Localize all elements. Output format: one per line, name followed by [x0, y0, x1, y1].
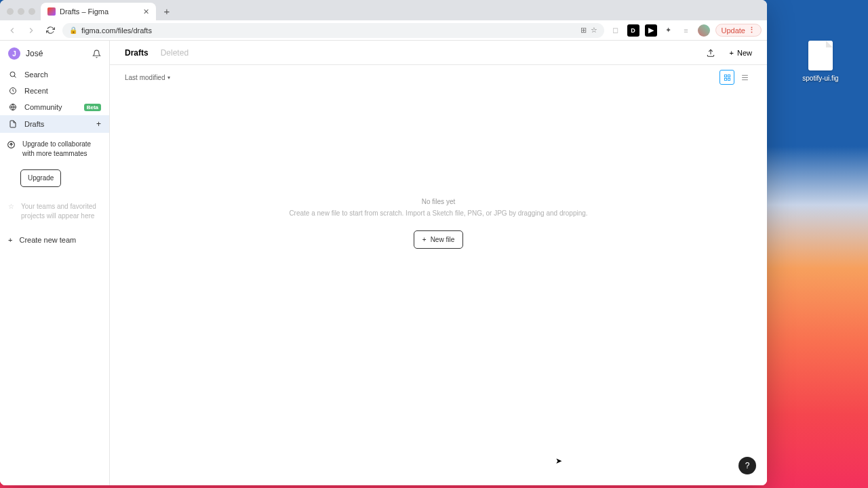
lock-icon: 🔒 [69, 26, 77, 34]
search-icon [8, 70, 18, 79]
figma-favicon [47, 7, 56, 16]
upgrade-button[interactable]: Upgrade [20, 169, 61, 187]
teams-hint: ☆ Your teams and favorited projects will… [0, 198, 109, 225]
main-header: Drafts Deleted + New [110, 41, 767, 65]
back-button[interactable] [5, 24, 19, 37]
svg-line-1 [14, 76, 16, 78]
browser-toolbar: 🔒 figma.com/files/drafts ⊞ ☆ ◻ D ▶ ✦ ≡ U… [0, 20, 767, 41]
sidebar: J José Search Recent Community Beta [0, 41, 110, 485]
bell-icon[interactable] [92, 49, 101, 58]
import-icon[interactable] [704, 46, 717, 60]
help-button[interactable]: ? [738, 457, 756, 474]
sort-dropdown[interactable]: Last modified ▾ [125, 74, 170, 81]
install-icon[interactable]: ⊞ [580, 26, 587, 35]
cursor-icon: ➤ [555, 456, 562, 466]
url-text: figma.com/files/drafts [81, 26, 152, 35]
reload-button[interactable] [43, 24, 57, 37]
sidebar-item-community[interactable]: Community Beta [0, 99, 109, 115]
new-button[interactable]: + New [730, 49, 752, 57]
address-bar[interactable]: 🔒 figma.com/files/drafts ⊞ ☆ [62, 23, 604, 38]
sidebar-item-label: Search [24, 70, 48, 79]
new-file-button[interactable]: + New file [414, 230, 463, 249]
beta-badge: Beta [84, 104, 101, 111]
sidebar-item-drafts[interactable]: Drafts + [0, 115, 109, 133]
sidebar-item-label: Drafts [24, 120, 44, 128]
forward-button[interactable] [24, 24, 38, 37]
extension-icon[interactable]: ◻ [610, 24, 622, 37]
tab-deleted[interactable]: Deleted [161, 48, 189, 58]
svg-rect-9 [728, 78, 730, 80]
sidebar-item-search[interactable]: Search [0, 66, 109, 83]
tab-drafts[interactable]: Drafts [125, 48, 149, 58]
extension-play-icon[interactable]: ▶ [645, 24, 657, 37]
update-button[interactable]: Update ⋮ [715, 24, 762, 37]
profile-avatar[interactable] [698, 24, 710, 37]
new-label: New [737, 49, 752, 57]
chrome-menu-icon[interactable]: ⋮ [748, 26, 755, 35]
create-team-label: Create new team [19, 236, 76, 244]
new-file-label: New file [431, 236, 455, 243]
extensions-menu-icon[interactable]: ✦ [663, 24, 675, 37]
user-name: José [26, 49, 43, 58]
hint-text: Your teams and favorited projects will a… [21, 202, 101, 221]
plus-icon[interactable]: + [96, 119, 101, 129]
svg-rect-6 [724, 75, 726, 77]
chevron-down-icon: ▾ [167, 75, 170, 81]
sidebar-item-recent[interactable]: Recent [0, 83, 109, 99]
extension-d-icon[interactable]: D [627, 24, 639, 37]
plus-icon: + [8, 236, 12, 244]
empty-title: No files yet [422, 198, 455, 205]
upgrade-text: Upgrade to collaborate with more teammat… [22, 140, 102, 159]
main-panel: Drafts Deleted + New Last modified ▾ [110, 41, 767, 485]
empty-state: No files yet Create a new file to start … [110, 89, 767, 485]
star-icon: ☆ [8, 202, 14, 221]
desktop-file[interactable]: spotify-ui.fig [793, 41, 848, 82]
figma-app: J José Search Recent Community Beta [0, 41, 767, 485]
user-avatar: J [8, 47, 20, 60]
browser-tab[interactable]: Drafts – Figma ✕ [41, 3, 156, 20]
grid-view-button[interactable] [719, 70, 734, 85]
reading-list-icon[interactable]: ≡ [680, 24, 692, 37]
plus-icon: + [422, 236, 427, 243]
globe-icon [8, 103, 18, 111]
desktop-file-label: spotify-ui.fig [802, 75, 838, 82]
svg-point-0 [10, 72, 15, 77]
list-view-button[interactable] [737, 70, 752, 85]
create-team-button[interactable]: + Create new team [0, 232, 109, 248]
sidebar-item-label: Community [24, 103, 62, 111]
upgrade-callout: Upgrade to collaborate with more teammat… [7, 140, 102, 187]
plus-icon: + [730, 49, 734, 57]
sidebar-item-label: Recent [24, 87, 48, 95]
empty-subtitle: Create a new file to start from scratch.… [289, 209, 587, 217]
new-tab-button[interactable]: + [159, 3, 175, 19]
browser-window: Drafts – Figma ✕ + 🔒 figma.com/files/dra… [0, 0, 767, 485]
clock-icon [8, 87, 18, 95]
sort-label: Last modified [125, 74, 165, 81]
file-icon [8, 120, 18, 128]
upgrade-icon [7, 140, 16, 149]
star-icon[interactable]: ☆ [591, 26, 597, 35]
svg-rect-7 [728, 75, 730, 77]
tab-title: Drafts – Figma [60, 7, 108, 16]
browser-tabstrip: Drafts – Figma ✕ + [0, 0, 767, 20]
svg-rect-8 [724, 78, 726, 80]
close-tab-icon[interactable]: ✕ [143, 7, 149, 16]
sub-header: Last modified ▾ [110, 65, 767, 89]
window-controls[interactable] [4, 8, 41, 20]
file-icon [808, 41, 833, 70]
user-row[interactable]: J José [0, 41, 109, 66]
